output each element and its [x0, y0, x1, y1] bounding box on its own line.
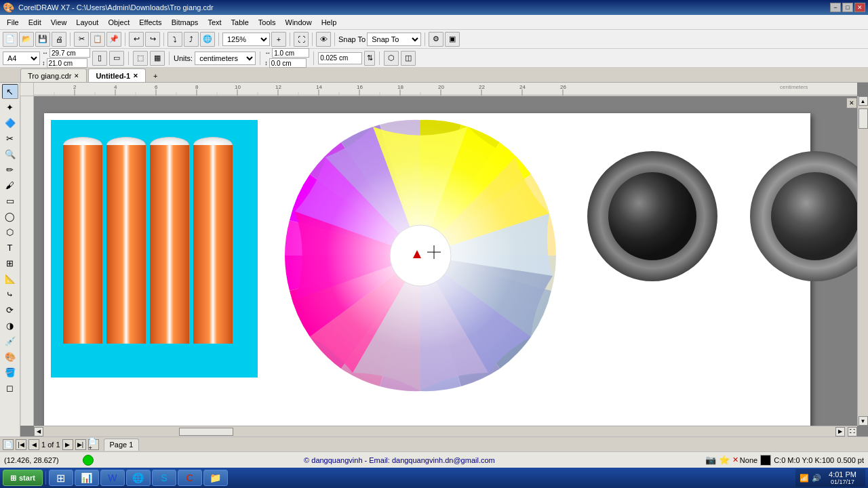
no-fill-indicator[interactable]: ✕ None — [732, 455, 757, 464]
zoom-select[interactable]: 125% 100% 75% 50% — [222, 33, 270, 46]
artistic-media-tool[interactable]: 🖌 — [2, 178, 18, 192]
blend-tool[interactable]: ⟳ — [2, 302, 18, 317]
taskbar-browser[interactable]: 🌐 — [126, 470, 151, 486]
crop-tool[interactable]: ✂ — [2, 131, 18, 146]
taskbar-corel[interactable]: C — [178, 470, 202, 486]
scroll-left-button[interactable]: ◀ — [34, 427, 43, 436]
page-doc-icon[interactable]: 📄 — [3, 439, 14, 450]
table-tool[interactable]: ⊞ — [2, 256, 18, 270]
full-screen-button[interactable]: ⛶ — [294, 32, 309, 47]
step-spinner[interactable]: ⇅ — [364, 51, 375, 66]
zoom-tool[interactable]: 🔍 — [2, 146, 18, 161]
new-tab-button[interactable]: + — [149, 70, 162, 82]
new-button[interactable]: 📄 — [3, 32, 18, 47]
bleed-button[interactable]: ▦ — [150, 51, 165, 66]
menu-help[interactable]: Help — [317, 17, 341, 28]
scroll-right-button[interactable]: ▶ — [835, 427, 845, 436]
redo-button[interactable]: ↪ — [145, 32, 160, 47]
page-width-input[interactable] — [50, 48, 90, 58]
right-scrollbar[interactable]: ▲ ▼ — [857, 96, 868, 426]
text-tool[interactable]: T — [2, 240, 18, 255]
nudge-x-input[interactable] — [272, 48, 309, 58]
canvas[interactable]: ✕ — [34, 96, 857, 426]
page-border-button[interactable]: ⬚ — [133, 51, 148, 66]
landscape-button[interactable]: ▭ — [109, 51, 124, 66]
menu-layout[interactable]: Layout — [72, 17, 102, 28]
add-page-button[interactable]: 📄+ — [88, 439, 99, 450]
pick-tool[interactable]: ✦ — [2, 100, 18, 115]
menu-text[interactable]: Text — [203, 17, 225, 28]
scroll-down-button[interactable]: ▼ — [859, 416, 868, 426]
next-page-button[interactable]: ▶ — [62, 439, 73, 450]
menu-edit[interactable]: Edit — [24, 17, 45, 28]
taskbar-explorer[interactable]: ⊞ — [49, 470, 73, 486]
menu-effects[interactable]: Effects — [135, 17, 165, 28]
view-select-button[interactable]: 👁 — [316, 32, 331, 47]
connector-tool[interactable]: ⤷ — [2, 287, 18, 302]
h-scroll-thumb[interactable] — [179, 428, 233, 436]
nudge-y-input[interactable] — [269, 58, 307, 68]
page-tab[interactable]: Page 1 — [104, 439, 140, 451]
maximize-button[interactable]: □ — [842, 3, 853, 12]
shape-tool[interactable]: 🔷 — [2, 115, 18, 130]
prev-page-button[interactable]: ◀ — [28, 439, 39, 450]
menu-view[interactable]: View — [47, 17, 71, 28]
close-button[interactable]: ✕ — [854, 3, 865, 12]
export-button[interactable]: ⤴ — [184, 32, 199, 47]
snap-to-select[interactable]: Snap To — [367, 33, 421, 46]
undo-button[interactable]: ↩ — [129, 32, 144, 47]
svg-point-49 — [771, 172, 857, 260]
display-quality-button[interactable]: ▣ — [445, 32, 460, 47]
menu-bitmaps[interactable]: Bitmaps — [167, 17, 203, 28]
scroll-thumb[interactable] — [859, 108, 868, 129]
outline-tool[interactable]: ◻ — [2, 380, 18, 395]
smart-fill-tool[interactable]: 🪣 — [2, 365, 18, 380]
import-button[interactable]: ⤵ — [167, 32, 182, 47]
options-button[interactable]: ⚙ — [429, 32, 443, 47]
tab-tro-giang[interactable]: Tro giang.cdr ✕ — [20, 68, 87, 82]
portrait-button[interactable]: ▯ — [92, 51, 107, 66]
publish-button[interactable]: 🌐 — [200, 32, 215, 47]
minimize-button[interactable]: − — [830, 3, 841, 12]
polygon-tool[interactable]: ⬡ — [2, 224, 18, 239]
copy-button[interactable]: 📋 — [90, 32, 105, 47]
color-eyedropper-tool[interactable]: 💉 — [2, 333, 18, 348]
taskbar-folder[interactable]: 📁 — [203, 470, 228, 486]
interactive-fill-tool[interactable]: 🎨 — [2, 349, 18, 364]
open-button[interactable]: 📂 — [19, 32, 34, 47]
scroll-up-button[interactable]: ▲ — [859, 96, 868, 106]
smart-fill-button[interactable]: ◫ — [401, 51, 416, 66]
transparency-tool[interactable]: ◑ — [2, 318, 18, 333]
ellipse-tool[interactable]: ◯ — [2, 209, 18, 224]
freehand-tool[interactable]: ✏ — [2, 162, 18, 177]
select-tool[interactable]: ↖ — [2, 84, 18, 99]
save-button[interactable]: 💾 — [35, 32, 50, 47]
taskbar-word[interactable]: W — [100, 470, 125, 486]
zoom-control[interactable]: ⛶ — [848, 427, 857, 436]
menu-tools[interactable]: Tools — [254, 17, 280, 28]
taskbar-excel[interactable]: 📊 — [75, 470, 99, 486]
close-panel-btn[interactable]: ✕ — [846, 98, 857, 108]
transform-button[interactable]: ⬡ — [384, 51, 399, 66]
last-page-button[interactable]: ▶| — [75, 439, 86, 450]
page-size-select[interactable]: A4 — [3, 52, 40, 65]
zoom-in-button[interactable]: + — [271, 32, 286, 47]
taskbar-skype[interactable]: S — [152, 470, 176, 486]
step-input[interactable] — [318, 52, 362, 64]
tab-untitled[interactable]: Untitled-1 ✕ — [88, 68, 146, 82]
rectangle-tool[interactable]: ▭ — [2, 193, 18, 208]
menu-table[interactable]: Table — [227, 17, 253, 28]
bottom-scrollbar[interactable]: ◀ ▶ ⛶ — [34, 426, 857, 436]
menu-window[interactable]: Window — [281, 17, 316, 28]
units-select[interactable]: centimetersinchespixels — [195, 52, 256, 65]
cursor-indicator-button[interactable] — [83, 455, 94, 466]
first-page-button[interactable]: |◀ — [16, 439, 26, 450]
print-button[interactable]: 🖨 — [52, 32, 66, 47]
dimension-tool[interactable]: 📐 — [2, 271, 18, 286]
paste-button[interactable]: 📌 — [106, 32, 121, 47]
cut-button[interactable]: ✂ — [74, 32, 89, 47]
menu-file[interactable]: File — [3, 17, 23, 28]
page-height-input[interactable] — [47, 58, 87, 68]
menu-object[interactable]: Object — [104, 17, 134, 28]
start-button[interactable]: ⊞ start — [3, 470, 43, 486]
